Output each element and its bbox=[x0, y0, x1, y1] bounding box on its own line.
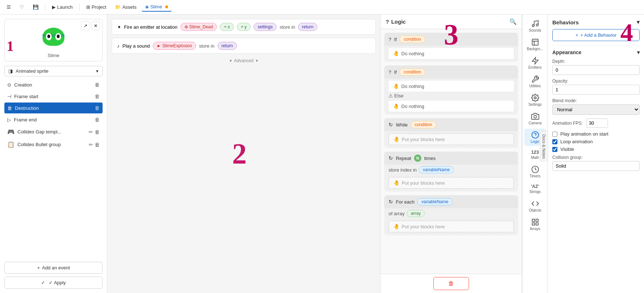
project-button[interactable]: ⊞ Project bbox=[83, 3, 110, 11]
visible-checkbox[interactable] bbox=[552, 147, 557, 152]
apply-button[interactable]: ✓ ✓ Apply bbox=[4, 277, 103, 289]
condition-tag-2[interactable]: condition bbox=[399, 68, 425, 76]
foreach-variable-tag[interactable]: variableName bbox=[417, 198, 452, 205]
do-nothing-label-3: Do nothing bbox=[401, 104, 424, 109]
event-item-frame-end[interactable]: ▷ Frame end 🗑 bbox=[4, 114, 103, 125]
visible-row: Visible bbox=[552, 146, 640, 152]
logic-search-button[interactable]: 🔍 bbox=[509, 18, 517, 25]
event-item-frame-start[interactable]: ⊣ Frame start 🗑 bbox=[4, 91, 103, 102]
slime-tab[interactable]: ◈ Slime bbox=[142, 3, 172, 12]
do-nothing-1[interactable]: 🤚 Do nothing bbox=[389, 48, 514, 59]
collision-group-input[interactable] bbox=[552, 161, 640, 171]
y-tag[interactable]: + y bbox=[237, 23, 251, 31]
slime-explosion-tag[interactable]: ► SlimeExplosion bbox=[153, 42, 196, 50]
sidebar-item-settings[interactable]: Settings bbox=[524, 92, 546, 109]
delete-icon[interactable]: 🗑 bbox=[95, 129, 100, 135]
assets-button[interactable]: 📁 Assets bbox=[111, 3, 140, 11]
hand-icon-1: 🤚 bbox=[393, 51, 399, 56]
sidebar-item-sounds[interactable]: Sounds bbox=[524, 17, 546, 35]
if-else-header[interactable]: ? If condition bbox=[384, 65, 518, 79]
settings-tag[interactable]: settings bbox=[254, 23, 277, 31]
event-item-creation[interactable]: ⊙ Creation 🗑 bbox=[4, 79, 103, 90]
sidebar-item-emitters[interactable]: Emitters bbox=[524, 55, 546, 72]
delete-icon[interactable]: 🗑 bbox=[95, 82, 100, 88]
return-tag-1[interactable]: return bbox=[298, 23, 317, 31]
event-item-collides-bullet[interactable]: 📋 Collides Bullet group ✏ 🗑 bbox=[4, 139, 103, 150]
delete-icon[interactable]: 🗑 bbox=[95, 142, 100, 148]
x-tag[interactable]: + x bbox=[220, 23, 234, 31]
foreach-array-row: of array array bbox=[389, 208, 514, 218]
svg-rect-12 bbox=[536, 223, 538, 225]
event-item-destruction[interactable]: 🗑 Destruction 🗑 bbox=[4, 103, 103, 113]
loop-animation-checkbox[interactable] bbox=[552, 139, 557, 144]
variable-name-tag[interactable]: variableName bbox=[419, 166, 454, 173]
open-preview-button[interactable]: ↗ bbox=[81, 21, 90, 30]
advanced-row[interactable]: ▾ Advanced ▾ bbox=[112, 57, 376, 65]
save-button[interactable]: 💾 bbox=[29, 3, 42, 11]
sidebar-item-strings[interactable]: 'AZ' Strings bbox=[524, 182, 546, 196]
while-placeholder[interactable]: 🤚 Put your blocks here bbox=[389, 133, 514, 145]
close-preview-button[interactable]: ✕ bbox=[91, 21, 100, 30]
settings-label: Settings bbox=[528, 103, 541, 107]
appearance-section: Appearance ▾ Depth: Opacity: Blend mode:… bbox=[552, 45, 640, 174]
do-nothing-3[interactable]: 🤚 Do nothing bbox=[389, 101, 514, 112]
play-sound-block: ♪ Play a sound ► SlimeExplosion store in… bbox=[112, 38, 376, 54]
edit-icon[interactable]: ✏ bbox=[89, 142, 93, 148]
destruction-icon: 🗑 bbox=[7, 105, 12, 111]
plus-icon: + bbox=[576, 32, 579, 38]
depth-input[interactable] bbox=[552, 65, 640, 75]
sidebar-item-objects[interactable]: Objects bbox=[524, 197, 546, 214]
slime-dead-tag[interactable]: ⊕ Slime_Dead bbox=[180, 23, 217, 31]
array-tag[interactable]: array bbox=[407, 210, 425, 217]
left-panel: ↗ ✕ Slime 1 bbox=[0, 15, 107, 293]
launch-button[interactable]: ▶ Launch bbox=[48, 3, 76, 11]
logic-label: Logic bbox=[531, 140, 540, 144]
timers-icon bbox=[531, 165, 539, 173]
sidebar-item-utilities[interactable]: Utilities bbox=[524, 73, 546, 90]
sidebar-item-background[interactable]: Backgro... bbox=[524, 36, 546, 53]
delete-icon[interactable]: 🗑 bbox=[95, 105, 100, 111]
delete-icon[interactable]: 🗑 bbox=[95, 117, 100, 123]
edit-icon[interactable]: ✏ bbox=[89, 129, 93, 135]
condition-tag-1[interactable]: condition bbox=[399, 36, 425, 43]
fps-input[interactable] bbox=[586, 119, 608, 128]
component-label: Animated sprite bbox=[16, 68, 48, 74]
event-item-collides-gap[interactable]: 🎮 Collides Gap templ... ✏ 🗑 bbox=[4, 126, 103, 138]
sidebar-item-timers[interactable]: Timers bbox=[524, 163, 546, 180]
play-animation-checkbox[interactable] bbox=[552, 132, 557, 137]
delete-icon[interactable]: 🗑 bbox=[95, 93, 100, 99]
repeat-placeholder[interactable]: 🤚 Put your blocks here bbox=[389, 177, 514, 189]
opacity-input[interactable] bbox=[552, 85, 640, 95]
collides-bullet-label: Collides Bullet group bbox=[17, 142, 61, 147]
store-in-label: store in bbox=[279, 24, 295, 30]
alert-icon: ⚠ bbox=[389, 93, 393, 99]
add-event-button[interactable]: + Add an event bbox=[4, 262, 103, 274]
music-icon: ♪ bbox=[117, 43, 120, 49]
do-nothing-2[interactable]: 🤚 Do nothing bbox=[389, 81, 514, 92]
camera-label: Camera bbox=[529, 121, 542, 125]
while-condition-tag[interactable]: condition bbox=[411, 121, 436, 128]
if-header-1[interactable]: ? If condition bbox=[384, 33, 518, 46]
repeat-header[interactable]: ↻ Repeat N times bbox=[384, 152, 518, 165]
sidebar-item-camera[interactable]: Camera bbox=[524, 110, 546, 127]
while-header[interactable]: ↻ While condition bbox=[384, 118, 518, 131]
heart-button[interactable]: ♡ bbox=[16, 3, 28, 11]
sidebar-item-arrays[interactable]: Arrays bbox=[524, 216, 546, 233]
visible-label: Visible bbox=[560, 146, 574, 152]
blend-mode-select[interactable]: Normal Additive Multiply Screen bbox=[552, 104, 640, 115]
foreach-header[interactable]: ↻ For each variableName bbox=[384, 195, 518, 208]
return-tag-2[interactable]: return bbox=[218, 42, 237, 50]
middle-panel: ✦ Fire an emitter at location ⊕ Slime_De… bbox=[107, 15, 380, 293]
chevron-down-icon-appearance: ▾ bbox=[637, 49, 640, 55]
repeat-store-row: store index in variableName bbox=[389, 165, 514, 175]
delete-button[interactable]: 🗑 bbox=[433, 277, 469, 290]
foreach-placeholder[interactable]: 🤚 Put your blocks here bbox=[389, 221, 514, 232]
collision-group-field: Collision group: bbox=[552, 155, 640, 174]
menu-button[interactable]: ☰ bbox=[3, 3, 15, 11]
search-icon: 🔍 bbox=[509, 19, 517, 25]
svg-point-0 bbox=[532, 25, 534, 27]
component-dropdown[interactable]: ◨ Animated sprite ▾ bbox=[4, 66, 103, 76]
add-behavior-button[interactable]: + + Add a Behavior bbox=[552, 29, 640, 41]
do-nothing-label-1: Do nothing bbox=[401, 51, 424, 56]
background-icon bbox=[531, 38, 539, 46]
